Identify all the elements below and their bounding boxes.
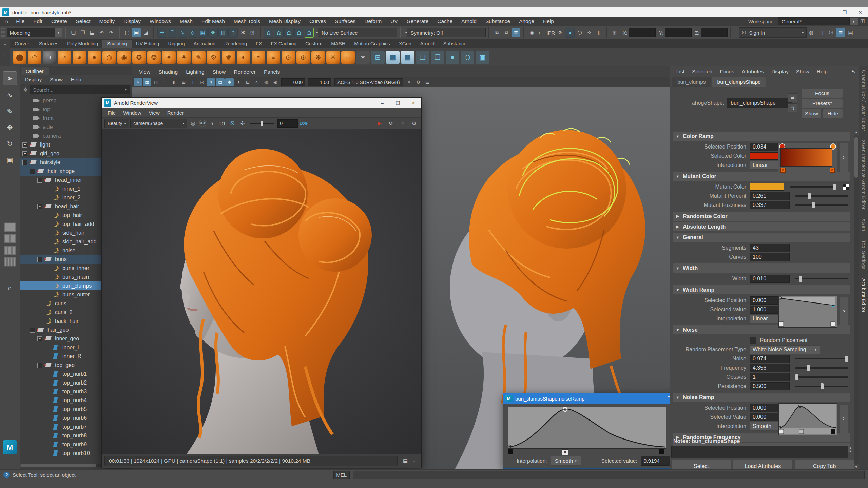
noise-ramp-titlebar[interactable]: M bun_clumpsShape.noiseRamp – ❐ ✕ xyxy=(503,393,693,404)
sphere-icon[interactable]: ● xyxy=(446,51,459,64)
select-camera-icon[interactable]: ⌖ xyxy=(134,78,142,86)
octaves-slider[interactable] xyxy=(795,376,848,378)
attribute-editor-menu-item[interactable]: Attributes xyxy=(738,69,768,75)
random-placement-checkbox[interactable] xyxy=(750,337,756,344)
log-display-icon[interactable]: LOG xyxy=(299,119,308,128)
render-frame-icon[interactable]: ◉ xyxy=(527,28,536,37)
make-live-icon[interactable]: ▩ xyxy=(218,28,228,38)
zoom-layout-icon[interactable]: ⌕ xyxy=(8,284,12,292)
menubar-item[interactable]: Substance xyxy=(481,17,515,26)
menubar-item[interactable]: Edit xyxy=(29,17,47,26)
input-connection-icon[interactable]: ⇄ xyxy=(788,93,797,102)
snap-magnet-live-icon[interactable]: Ω xyxy=(305,28,314,38)
right-panel-tab[interactable]: Tool Settings xyxy=(861,240,866,270)
dof-field[interactable]: 0 xyxy=(277,119,298,128)
color-ramp-expand-button[interactable]: > xyxy=(840,143,848,172)
knife-tool-icon[interactable]: ⚙ xyxy=(207,51,220,64)
undo-icon[interactable]: ↶ xyxy=(97,28,106,37)
menubar-item[interactable]: Display xyxy=(119,17,145,26)
menubar-item[interactable]: Select xyxy=(72,17,95,26)
render-region-icon[interactable]: ▭ xyxy=(537,28,546,37)
outliner-menu-item[interactable]: Show xyxy=(46,76,66,83)
layout-three-pane-button[interactable] xyxy=(4,246,16,255)
width-ramp-expand-button[interactable]: > xyxy=(840,297,848,326)
ipr-render-icon[interactable]: IPR xyxy=(546,28,555,37)
imprint-tool-icon[interactable]: ❂ xyxy=(147,51,161,64)
grid-coords-icon[interactable]: ⊞ xyxy=(610,28,619,37)
sculpt-objects-icon[interactable]: ◌ xyxy=(341,51,355,64)
viewport-menu-item[interactable]: Renderer xyxy=(230,69,260,75)
mutant-fuzziness-field[interactable]: 0.337 xyxy=(750,201,790,209)
grid-toggle-icon[interactable]: ▦ xyxy=(143,78,151,86)
motion-blur-icon[interactable]: ✦ xyxy=(234,78,243,86)
select-tool[interactable]: ➤ xyxy=(3,71,17,85)
isolate-icon[interactable]: ◉ xyxy=(271,78,279,86)
color-ramp-widget[interactable]: ✕ ✕ xyxy=(778,143,837,173)
menu-set-select[interactable]: Modeling xyxy=(7,28,55,37)
pin-icon[interactable]: ➴ xyxy=(851,69,856,75)
redo-icon[interactable]: ↷ xyxy=(107,28,116,37)
safe-action-icon[interactable]: ✛ xyxy=(189,78,197,86)
outliner-filter-icon[interactable]: ❖ xyxy=(23,86,28,93)
persistence-field[interactable]: 0.500 xyxy=(750,382,790,390)
outliner-menu-item[interactable]: Display xyxy=(22,76,45,83)
renderview-titlebar[interactable]: M Arnold RenderView – ❐ ✕ xyxy=(102,98,421,108)
shelf-tab[interactable]: UV Editing xyxy=(132,40,164,48)
mutant-color-slider[interactable] xyxy=(790,186,835,188)
outliner-tab[interactable]: Outliner xyxy=(21,67,49,75)
presets-button[interactable]: Presets* xyxy=(802,99,843,108)
scrape-tool-icon[interactable]: ⚘ xyxy=(177,51,191,64)
menubar-item[interactable]: Mesh Tools xyxy=(229,17,265,26)
viewport-menu-item[interactable]: Show xyxy=(209,69,230,75)
right-panel-tab[interactable]: XGen Interactive Groom Editor xyxy=(861,140,866,210)
noise-ramp-window[interactable]: M bun_clumpsShape.noiseRamp – ❐ ✕ ✕ Inte… xyxy=(503,393,693,469)
window-close-button[interactable]: ✕ xyxy=(852,7,868,17)
tree-expander[interactable]: − xyxy=(37,178,42,183)
refresh-render-button[interactable]: ⟳ xyxy=(387,119,396,128)
noise-ramp-expand-button[interactable]: > xyxy=(840,405,848,433)
shelf-tab[interactable]: Sculpting xyxy=(102,40,132,48)
attribute-editor-menu-item[interactable]: List xyxy=(673,69,688,75)
env-icon[interactable]: ⬡ xyxy=(461,51,474,64)
alpha-channel-icon[interactable]: ◑ xyxy=(208,119,216,128)
snap-view-plane-icon[interactable]: ◇ xyxy=(188,28,197,38)
snap-magnet-curve-icon[interactable]: Ω xyxy=(274,28,284,38)
ramp-handle-selected[interactable]: ✕ xyxy=(562,449,568,455)
mask-tool-icon[interactable]: ⊛ xyxy=(296,51,310,64)
noise-ramp-handles[interactable]: ✕ xyxy=(508,449,665,455)
tree-expander[interactable]: − xyxy=(37,204,42,209)
shelf-grip-icon[interactable]: ⋮ xyxy=(3,51,8,57)
outliner-menu-item[interactable]: Help xyxy=(67,76,85,83)
shelf-tab[interactable]: FX Caching xyxy=(267,40,301,48)
render-image-area[interactable] xyxy=(102,129,421,454)
new-scene-icon[interactable]: ❏ xyxy=(69,28,78,37)
workspace-dropdown-arrow-icon[interactable]: ▼ xyxy=(850,18,858,25)
shelf-tab[interactable]: Custom xyxy=(301,40,327,48)
width-slider[interactable] xyxy=(795,278,848,279)
cube-icon[interactable]: ▣ xyxy=(476,51,489,64)
workspace-select[interactable]: General* xyxy=(778,17,850,25)
section-absolute-length[interactable]: ▶Absolute Length xyxy=(673,222,850,231)
right-panel-tab[interactable]: Channel Box / Layer Editor xyxy=(861,70,866,131)
doc-copy-icon[interactable]: ❐ xyxy=(431,51,444,64)
sculpt-tool-icon[interactable]: ⬤ xyxy=(13,51,26,64)
random-placement-type-select[interactable]: White Noise Sampling▼ xyxy=(750,345,820,354)
y-coordinate-input[interactable] xyxy=(665,28,692,37)
wax-tool-icon[interactable]: ✦ xyxy=(162,51,176,64)
snap-magnet-projected-icon[interactable]: Ω xyxy=(294,28,304,38)
attribute-editor-menu-item[interactable]: Focus xyxy=(716,69,738,75)
right-panel-tab[interactable]: XGen xyxy=(861,218,866,231)
save-scene-icon[interactable]: ⬓ xyxy=(88,28,97,37)
colorspace-select[interactable]: ACES 1.0 SDR-video (sRGB) xyxy=(334,78,403,86)
ramp-handle-right[interactable] xyxy=(659,449,664,454)
aperture-icon[interactable]: ✣ xyxy=(238,119,247,128)
output-connections-icon[interactable]: ⧉ xyxy=(502,28,511,37)
noise-ramp-minimize-button[interactable]: – xyxy=(646,394,662,403)
lasso-tool[interactable]: ∿ xyxy=(3,88,17,102)
snap-magnet-grid-icon[interactable]: Ω xyxy=(264,28,273,38)
foamy-tool-icon[interactable]: ◍ xyxy=(102,51,116,64)
interpolation-select[interactable]: Smooth▾ xyxy=(551,456,581,466)
shelf-tab[interactable]: Poly Modeling xyxy=(63,40,102,48)
repeat-tool-icon[interactable]: ✪ xyxy=(132,51,146,64)
shelf-tab[interactable]: Animation xyxy=(189,40,220,48)
